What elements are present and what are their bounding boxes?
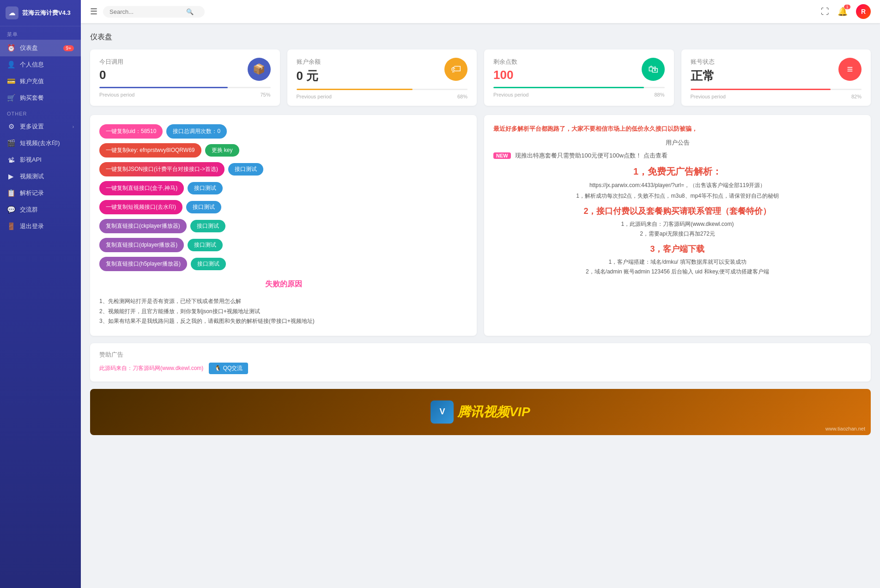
sponsor-title: 赞助广告 [99,351,862,359]
stat-value: 正常 [691,68,715,84]
topbar: ☰ 🔍 ⛶ 🔔 1 R [81,0,880,23]
stat-label: 剩余点数 [493,58,517,66]
section1-title: 1，免费无广告解析： [493,165,862,178]
test-h5player-btn[interactable]: 接口测试 [191,258,226,270]
sidebar-item-label: 更多设置 [20,122,44,131]
sidebar-logo: ☁ 芸海云海计费V4.3 [0,0,81,26]
stats-row: 今日调用 0 📦 Previous period 75% 账户余额 [90,49,871,106]
sidebar-item-video-test[interactable]: ▶ 视频测试 [0,168,81,185]
replace-key-btn[interactable]: 更换 key [205,144,239,157]
copy-direct-btn[interactable]: 一键复制直链接口(盒子,神马) [99,181,184,195]
copy-ckplayer-btn[interactable]: 复制直链接口(ckplayer播放器) [99,219,187,233]
stat-footer: Previous period 82% [691,94,862,99]
sponsor-source-link[interactable]: 此源码来自：刀客源码网(www.dkewl.com) [99,364,203,372]
sponsor-links: 此源码来自：刀客源码网(www.dkewl.com) 🐧 QQ交流 [99,363,862,374]
sidebar-item-label: 仪表盘 [20,44,38,52]
footer-label: Previous period [297,94,332,99]
footer-label: Previous period [493,92,528,97]
test-dplayer-btn[interactable]: 接口测试 [188,239,223,251]
copy-h5player-btn[interactable]: 复制直链接口(h5player播放器) [99,257,187,271]
sidebar-item-label: 个人信息 [20,61,44,69]
fail-title: 失败的原因 [99,279,467,289]
fail-reasons: 1、先检测网站打开是否有资源，已经下线或者禁用怎么解 2、视频能打开，且官方能播… [99,297,467,327]
stat-info: 今日调用 0 [99,58,123,82]
test-short-video-btn[interactable]: 接口测试 [186,201,221,213]
short-video-icon: 🎬 [7,139,15,147]
sidebar-item-logout[interactable]: 🚪 退出登录 [0,218,81,235]
h5player-row: 复制直链接口(h5player播放器) 接口测试 [99,257,467,271]
stat-card-balance: 账户余额 0 元 🏷 Previous period 68% [287,49,477,106]
section2-title: 2，接口付费以及套餐购买请联系管理（套餐特价） [493,206,862,217]
test-ckplayer-btn[interactable]: 接口测试 [190,220,225,232]
sidebar-item-label: 短视频(去水印) [20,139,60,147]
stat-label: 今日调用 [99,58,123,66]
progress-bar [493,87,665,88]
buy-icon: 🛒 [7,94,15,102]
sidebar-item-short-video[interactable]: 🎬 短视频(去水印) [0,135,81,152]
progress-fill [99,87,228,88]
search-bar[interactable]: 🔍 [103,6,205,18]
progress-bar [297,89,468,90]
stat-icon: 📦 [248,58,271,81]
sidebar-item-buy-package[interactable]: 🛒 购买套餐 [0,90,81,106]
qq-btn[interactable]: 🐧 QQ交流 [209,363,248,374]
settings-icon: ⚙ [7,122,15,131]
stat-card-header: 账号状态 正常 ≡ [691,58,862,84]
sidebar-item-parse-log[interactable]: 📋 解析记录 [0,185,81,201]
copy-json-btn[interactable]: 一键复制JSON接口(计费平台对接接口->首选) [99,162,225,176]
chevron-right-icon: › [73,124,74,129]
stat-value: 100 [493,68,517,82]
stat-footer: Previous period 75% [99,92,271,97]
stat-info: 账户余额 0 元 [297,58,321,84]
stat-value: 0 [99,68,123,82]
search-input[interactable] [109,8,183,15]
notification-button[interactable]: 🔔 1 [838,6,848,17]
new-badge: NEW [493,152,511,159]
progress-fill [691,89,831,90]
copy-short-video-btn[interactable]: 一键复制短视频接口(去水印) [99,200,182,214]
community-icon: 💬 [7,206,15,214]
copy-dplayer-btn[interactable]: 复制直链接口(dplayer播放器) [99,238,184,252]
stat-info: 账号状态 正常 [691,58,715,84]
avatar[interactable]: R [856,4,871,19]
sidebar-item-profile[interactable]: 👤 个人信息 [0,56,81,73]
stat-card-today-calls: 今日调用 0 📦 Previous period 75% [90,49,280,106]
rule1: 1，解析成功每次扣2点，失败不扣点，m3u8、mp4等不扣点，请保管好自己的秘钥 [493,192,862,200]
copy-uid-btn[interactable]: 一键复制uid：58510 [99,124,163,139]
api-note: 2，需要api无限接口再加272元 [493,230,862,238]
search-icon: 🔍 [186,8,194,15]
dashboard-icon: ⏰ [7,44,15,52]
sidebar-item-dashboard[interactable]: ⏰ 仪表盘 9+ [0,40,81,56]
sidebar-item-label: 购买套餐 [20,94,44,102]
recharge-icon: 💳 [7,77,15,85]
call-count-btn[interactable]: 接口总调用次数：0 [166,124,227,139]
video-banner: V 腾讯视频VIP www.tiaozhan.net [90,389,871,435]
test-direct-btn[interactable]: 接口测试 [188,182,223,194]
test-json-btn[interactable]: 接口测试 [228,163,263,176]
sidebar-item-label: 解析记录 [20,189,44,197]
fullscreen-button[interactable]: ⛶ [821,7,829,17]
dashboard-badge: 9+ [63,45,74,51]
copy-key-btn[interactable]: 一键复制key: efnprstwvy8IOQRW69 [99,143,201,158]
menu-toggle-icon[interactable]: ☰ [90,6,97,17]
sidebar-item-label: 视频测试 [20,172,44,181]
dplayer-row: 复制直链接口(dplayer播放器) 接口测试 [99,238,467,252]
api-url: https://jx.parwix.com:4433/player/?url=，… [493,182,862,189]
sidebar-item-recharge[interactable]: 💳 账户充值 [0,73,81,90]
footer-label: Previous period [99,92,134,97]
stat-label: 账户余额 [297,58,321,66]
sidebar-item-movie-api[interactable]: 📽 影视API [0,152,81,168]
stat-card-points: 剩余点数 100 🛍 Previous period 88% [484,49,674,106]
sidebar-item-more-settings[interactable]: ⚙ 更多设置 › [0,118,81,135]
stat-card-status: 账号状态 正常 ≡ Previous period 82% [681,49,871,106]
stat-icon: 🏷 [444,58,467,81]
interface-panel: 一键复制uid：58510 接口总调用次数：0 一键复制key: efnprst… [90,115,477,336]
logout-icon: 🚪 [7,222,15,230]
short-video-row: 一键复制短视频接口(去水印) 接口测试 [99,200,467,214]
stat-card-header: 今日调用 0 📦 [99,58,271,82]
stat-label: 账号状态 [691,58,715,66]
video-test-icon: ▶ [7,172,15,181]
watermark: www.tiaozhan.net [825,426,865,431]
ckplayer-row: 复制直链接口(ckplayer播放器) 接口测试 [99,219,467,233]
sidebar-item-community[interactable]: 💬 交流群 [0,201,81,218]
